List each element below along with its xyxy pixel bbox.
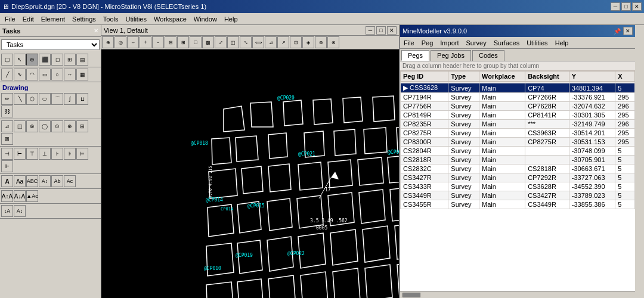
cad-tool-15[interactable]: ◈ <box>302 36 314 48</box>
table-row[interactable]: CS2832CSurveyMainCS2818R-30663.6715 <box>401 164 635 173</box>
draw-tool-d[interactable]: ◯ <box>39 120 51 132</box>
col-header-y[interactable]: Y <box>569 72 615 82</box>
draw-multi[interactable]: ⊔ <box>76 93 88 105</box>
col-header-workplace[interactable]: Workplace <box>479 72 525 82</box>
menu-workspace[interactable]: Workspace <box>150 14 190 24</box>
text-e[interactable]: Ab <box>51 175 63 187</box>
draw-pen[interactable]: ✏ <box>1 93 13 105</box>
tool-place[interactable]: ⬛ <box>39 54 51 66</box>
table-row[interactable]: CS3433RSurveyMainCS3628R-34552.3905 <box>401 182 635 191</box>
mine-menu-import[interactable]: Import <box>436 38 462 48</box>
mine-close-btn[interactable]: ✕ <box>623 27 633 35</box>
menu-file[interactable]: File <box>1 14 19 24</box>
draw-modify-b[interactable]: ⊢ <box>14 148 26 160</box>
text-g[interactable]: A↑A <box>1 190 13 202</box>
text-d[interactable]: A↕ <box>39 175 51 187</box>
cad-tool-7[interactable]: ▩ <box>202 36 214 48</box>
tool-3d[interactable]: ◻ <box>51 54 63 66</box>
mine-menu-utilities[interactable]: Utilities <box>523 38 551 48</box>
draw-modify-f[interactable]: ⊧ <box>64 148 76 160</box>
cad-tool-9[interactable]: ◫ <box>227 36 239 48</box>
minimize-button[interactable]: ─ <box>611 2 620 11</box>
table-row[interactable]: CS2818RSurveyMain-30705.9015 <box>401 156 635 164</box>
maximize-button[interactable]: □ <box>621 2 631 11</box>
draw-tool-g[interactable]: ⊞ <box>76 120 88 132</box>
mine-tab-codes[interactable]: Codes <box>472 50 504 61</box>
text-a[interactable]: A <box>1 175 13 187</box>
cad-tool-10[interactable]: ⤡ <box>240 36 252 48</box>
draw-modify-h[interactable]: ⊩ <box>1 160 13 172</box>
draw-tool-a[interactable]: ⊿ <box>1 120 13 132</box>
text-c[interactable]: ABC <box>26 175 38 187</box>
tool-rect[interactable]: ▭ <box>39 69 51 80</box>
draw-modify-a[interactable]: ⊣ <box>1 148 13 160</box>
mine-tab-pegjobs[interactable]: Peg Jobs <box>431 50 471 61</box>
mine-menu-peg[interactable]: Peg <box>418 38 437 48</box>
table-container[interactable]: Peg ID Type Workplace Backsight Y X ▶ CS… <box>400 71 635 291</box>
text-i[interactable]: ▲Ac <box>26 190 38 202</box>
tool-curve[interactable]: ∿ <box>14 69 26 80</box>
tool-dim[interactable]: ↔ <box>64 69 76 80</box>
col-header-type[interactable]: Type <box>448 72 479 82</box>
tool-arrow[interactable]: ↖ <box>14 54 26 66</box>
draw-modify-c[interactable]: ⊤ <box>26 148 38 160</box>
cad-tool-8[interactable]: ⤢ <box>215 36 227 48</box>
draw-tool-b[interactable]: ◫ <box>14 120 26 132</box>
menu-help[interactable]: Help <box>221 14 242 24</box>
tool-arc[interactable]: ◠ <box>26 69 38 80</box>
draw-bspline[interactable]: ∫ <box>64 93 76 105</box>
col-header-backsight[interactable]: Backsight <box>525 72 569 82</box>
tool-line[interactable]: ╱ <box>1 69 13 80</box>
table-row[interactable]: CP8275RSurveyMainCS3963R-30514.201295 <box>401 129 635 138</box>
table-row[interactable]: CS3455RSurveyMainCS3449R-33855.3865 <box>401 200 635 209</box>
cad-tool-1[interactable]: ⊕ <box>102 36 114 48</box>
table-row[interactable]: CS3427RSurveyMainCP7292R-33727.0635 <box>401 173 635 182</box>
table-row[interactable]: CS3449RSurveyMainCS3427R-33789.0235 <box>401 191 635 200</box>
draw-modify-d[interactable]: ⊥ <box>39 148 51 160</box>
tasks-dropdown[interactable]: Tasks <box>1 39 100 50</box>
mine-menu-help[interactable]: Help <box>552 38 572 48</box>
cad-restore-btn[interactable]: □ <box>376 26 386 35</box>
table-row[interactable]: CP7194RSurveyMainCP7266R-33376.921295 <box>401 93 635 102</box>
text-b[interactable]: Aa <box>14 175 26 187</box>
menu-element[interactable]: Element <box>38 14 69 24</box>
cad-tool-17[interactable]: ⊗ <box>327 36 339 48</box>
menu-edit[interactable]: Edit <box>19 14 38 24</box>
draw-poly[interactable]: ⬡ <box>26 93 38 105</box>
cad-tool-12[interactable]: ⊿ <box>265 36 277 48</box>
table-row[interactable]: CP8300RSurveyMainCP8275R-30531.153295 <box>401 138 635 147</box>
draw-tool-f[interactable]: ⊕ <box>64 120 76 132</box>
cad-tool-14[interactable]: ⊡ <box>290 36 302 48</box>
mine-menu-file[interactable]: File <box>400 38 418 48</box>
cad-tool-11[interactable]: ⟺ <box>252 36 264 48</box>
col-header-x[interactable]: X <box>615 72 635 82</box>
table-row[interactable]: CP8149RSurveyMainCP8141R-30301.305295 <box>401 111 635 120</box>
draw-modify-g[interactable]: ⊨ <box>76 148 88 160</box>
text-f[interactable]: Ac <box>64 175 76 187</box>
table-row[interactable]: CP8235RSurveyMain***-32149.749296 <box>401 120 635 129</box>
tool-circle[interactable]: ○ <box>51 69 63 80</box>
mine-menu-surfaces[interactable]: Surfaces <box>490 38 523 48</box>
tasks-close-icon[interactable]: ✕ <box>94 27 98 34</box>
tool-snap[interactable]: ⊞ <box>64 54 76 66</box>
menu-utilities[interactable]: Utilities <box>122 14 150 24</box>
cad-tool-13[interactable]: ↗ <box>277 36 289 48</box>
draw-spline[interactable]: ⌒ <box>51 93 63 105</box>
cad-tool-2[interactable]: ◎ <box>114 36 126 48</box>
col-header-pegid[interactable]: Peg ID <box>401 72 448 82</box>
menu-tools[interactable]: Tools <box>100 14 122 24</box>
table-row[interactable]: CS2804RSurveyMain-30748.0995 <box>401 147 635 156</box>
mine-tab-pegs[interactable]: Pegs <box>401 50 429 61</box>
scrollbar-thumb[interactable] <box>402 293 420 297</box>
tool-select[interactable]: ▢ <box>1 54 13 66</box>
table-row[interactable]: ▶ CSS3628SurveyMainCP7434801.3945 <box>401 83 635 93</box>
tool-t1[interactable]: ▤ <box>76 54 88 66</box>
cad-tool-5[interactable]: ⊞ <box>177 36 189 48</box>
draw-tool-c[interactable]: ⊗ <box>26 120 38 132</box>
draw-ellipse[interactable]: ⬭ <box>39 93 51 105</box>
dim-b[interactable]: A↕ <box>14 205 26 217</box>
menu-window[interactable]: Window <box>190 14 221 24</box>
draw-tool-h[interactable]: ⊠ <box>1 133 13 145</box>
draw-chain[interactable]: ⛓ <box>1 105 13 117</box>
close-button[interactable]: ✕ <box>632 2 642 11</box>
